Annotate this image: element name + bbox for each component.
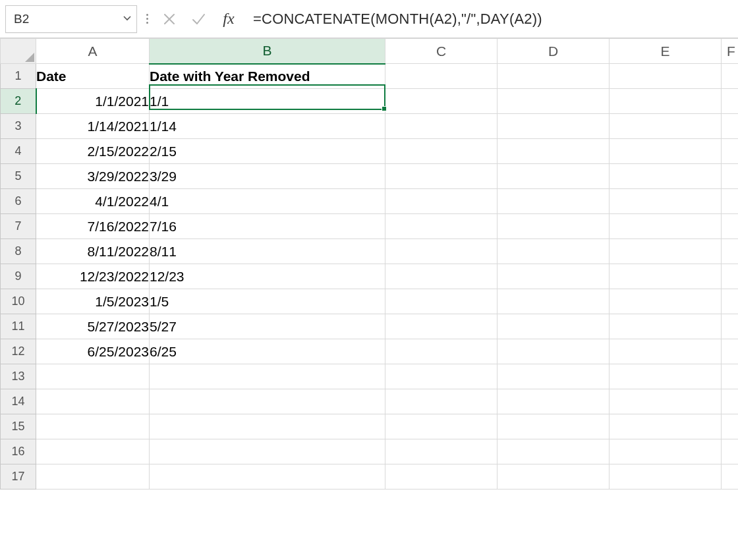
accept-formula-button[interactable]: [186, 7, 211, 32]
cell-A11[interactable]: 5/27/2023: [36, 314, 150, 339]
cell-B12[interactable]: 6/25: [150, 339, 385, 364]
cell-E15[interactable]: [610, 414, 722, 439]
col-header-B[interactable]: B: [150, 39, 385, 64]
row-header[interactable]: 2: [1, 89, 36, 114]
cell-F8[interactable]: [722, 239, 739, 264]
cell-F6[interactable]: [722, 189, 739, 214]
cell-C11[interactable]: [385, 314, 497, 339]
cancel-formula-button[interactable]: [157, 7, 182, 32]
cell-C15[interactable]: [385, 414, 497, 439]
cell-F2[interactable]: [722, 89, 739, 114]
cell-A6[interactable]: 4/1/2022: [36, 189, 150, 214]
cell-B10[interactable]: 1/5: [150, 289, 385, 314]
cell-E13[interactable]: [610, 364, 722, 389]
cell-F12[interactable]: [722, 339, 739, 364]
row-header[interactable]: 1: [1, 64, 36, 89]
formula-input[interactable]: [246, 5, 733, 33]
cell-F7[interactable]: [722, 214, 739, 239]
cell-A8[interactable]: 8/11/2022: [36, 239, 150, 264]
row-header[interactable]: 11: [1, 314, 36, 339]
cell-C1[interactable]: [385, 64, 497, 89]
cell-E11[interactable]: [610, 314, 722, 339]
cell-A10[interactable]: 1/5/2023: [36, 289, 150, 314]
cell-A16[interactable]: [36, 439, 150, 464]
cell-E16[interactable]: [610, 439, 722, 464]
cell-F10[interactable]: [722, 289, 739, 314]
row-header[interactable]: 15: [1, 414, 36, 439]
cell-C8[interactable]: [385, 239, 497, 264]
cell-E4[interactable]: [610, 139, 722, 164]
cell-D9[interactable]: [497, 264, 610, 289]
row-header[interactable]: 9: [1, 264, 36, 289]
cell-F5[interactable]: [722, 164, 739, 189]
cell-D17[interactable]: [497, 464, 610, 490]
cell-C5[interactable]: [385, 164, 497, 189]
col-header-D[interactable]: D: [497, 39, 610, 64]
cell-C13[interactable]: [385, 364, 497, 389]
cell-D7[interactable]: [497, 214, 610, 239]
cell-C12[interactable]: [385, 339, 497, 364]
fx-icon[interactable]: fx: [215, 10, 242, 28]
cell-F14[interactable]: [722, 389, 739, 414]
cell-A7[interactable]: 7/16/2022: [36, 214, 150, 239]
cell-B8[interactable]: 8/11: [150, 239, 385, 264]
cell-F15[interactable]: [722, 414, 739, 439]
cell-B14[interactable]: [150, 389, 385, 414]
cell-A5[interactable]: 3/29/2022: [36, 164, 150, 189]
cell-B9[interactable]: 12/23: [150, 264, 385, 289]
cell-B1[interactable]: Date with Year Removed: [150, 64, 385, 89]
cell-D10[interactable]: [497, 289, 610, 314]
cell-A12[interactable]: 6/25/2023: [36, 339, 150, 364]
cell-E9[interactable]: [610, 264, 722, 289]
cell-F13[interactable]: [722, 364, 739, 389]
cell-C6[interactable]: [385, 189, 497, 214]
cell-D11[interactable]: [497, 314, 610, 339]
cell-A17[interactable]: [36, 464, 150, 490]
cell-E17[interactable]: [610, 464, 722, 490]
cell-F16[interactable]: [722, 439, 739, 464]
cell-B15[interactable]: [150, 414, 385, 439]
cell-D3[interactable]: [497, 114, 610, 139]
cell-B7[interactable]: 7/16: [150, 214, 385, 239]
row-header[interactable]: 6: [1, 189, 36, 214]
cell-C17[interactable]: [385, 464, 497, 490]
cell-C2[interactable]: [385, 89, 497, 114]
cell-B16[interactable]: [150, 439, 385, 464]
cell-D13[interactable]: [497, 364, 610, 389]
cell-D8[interactable]: [497, 239, 610, 264]
cell-F4[interactable]: [722, 139, 739, 164]
cell-E12[interactable]: [610, 339, 722, 364]
cell-C4[interactable]: [385, 139, 497, 164]
cell-D15[interactable]: [497, 414, 610, 439]
cell-F3[interactable]: [722, 114, 739, 139]
cell-D4[interactable]: [497, 139, 610, 164]
cell-A15[interactable]: [36, 414, 150, 439]
cell-D14[interactable]: [497, 389, 610, 414]
cell-A14[interactable]: [36, 389, 150, 414]
cell-B11[interactable]: 5/27: [150, 314, 385, 339]
col-header-E[interactable]: E: [610, 39, 722, 64]
cell-B2[interactable]: 1/1: [150, 89, 385, 114]
cell-C10[interactable]: [385, 289, 497, 314]
cell-B3[interactable]: 1/14: [150, 114, 385, 139]
cell-D5[interactable]: [497, 164, 610, 189]
select-all-corner[interactable]: [1, 39, 36, 64]
row-header[interactable]: 7: [1, 214, 36, 239]
cell-D2[interactable]: [497, 89, 610, 114]
row-header[interactable]: 5: [1, 164, 36, 189]
row-header[interactable]: 8: [1, 239, 36, 264]
grip-icon[interactable]: [141, 14, 153, 24]
col-header-A[interactable]: A: [36, 39, 150, 64]
cell-F17[interactable]: [722, 464, 739, 490]
cell-B6[interactable]: 4/1: [150, 189, 385, 214]
row-header[interactable]: 14: [1, 389, 36, 414]
cell-E8[interactable]: [610, 239, 722, 264]
row-header[interactable]: 4: [1, 139, 36, 164]
cell-A2[interactable]: 1/1/2021: [36, 89, 150, 114]
row-header[interactable]: 12: [1, 339, 36, 364]
chevron-down-icon[interactable]: [123, 13, 131, 24]
cell-B4[interactable]: 2/15: [150, 139, 385, 164]
cell-B17[interactable]: [150, 464, 385, 490]
cell-F11[interactable]: [722, 314, 739, 339]
row-header[interactable]: 3: [1, 114, 36, 139]
